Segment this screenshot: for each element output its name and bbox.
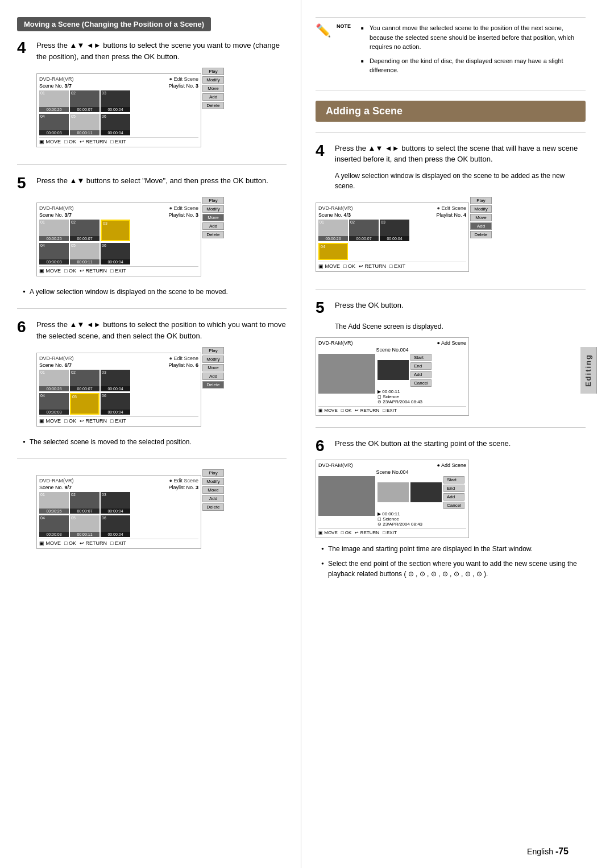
- right-column: ✏️ NOTE You cannot move the selected sce…: [301, 0, 597, 868]
- add-ok2: □ OK: [341, 530, 352, 535]
- dvd-screen3-container: DVD-RAM(VR) ● Edit Scene Scene No. 6/7 P…: [17, 347, 287, 432]
- thumb1-5: 0500:00:11: [70, 114, 99, 135]
- play-btn3[interactable]: Play: [202, 347, 224, 354]
- add-btn1[interactable]: Add: [202, 93, 224, 101]
- add-btn-s2[interactable]: Add: [443, 493, 464, 501]
- delete-btn1[interactable]: Delete: [202, 102, 224, 109]
- thumb1-3: 0300:00:04: [101, 90, 130, 112]
- playlist-no-label3: Playlist No. 6: [168, 362, 198, 368]
- move-btn-r2[interactable]: Move: [202, 214, 224, 221]
- add-btn2[interactable]: Add: [202, 222, 224, 230]
- scene-no-label1: Scene No. 3/7: [39, 83, 72, 89]
- start-btn1[interactable]: Start: [410, 354, 432, 361]
- dvd-r-scene-info1: Scene No. 4/3 Playlist No. 4: [318, 212, 466, 218]
- move-btn-r4[interactable]: Move: [202, 486, 224, 494]
- dvd-label3: DVD-RAM(VR): [39, 356, 74, 361]
- move-btn-r3[interactable]: Move: [202, 364, 224, 371]
- dvd-screen1-container: DVD-RAM(VR) ● Edit Scene Scene No. 3/7 P…: [17, 68, 287, 153]
- add-scene-screen1: DVD-RAM(VR) ● Add Scene Scene No.004 Sta…: [316, 337, 469, 416]
- add-btn3[interactable]: Add: [202, 373, 224, 380]
- add-scene-nav2: ▣ MOVE □ OK ↩ RETURN □ EXIT: [318, 528, 466, 535]
- dvd-label4: DVD-RAM(VR): [39, 478, 74, 483]
- exit-btn3: □ EXIT: [110, 418, 126, 424]
- step5-left-text: Press the ▲▼ buttons to select "Move", a…: [36, 175, 268, 187]
- add-mini-row1: Start End Add Cancel: [377, 354, 466, 387]
- start-end-btns2: Start End Add Cancel: [443, 476, 464, 509]
- scene-no-label2: Scene No. 3/7: [39, 212, 72, 218]
- dvd-r-modify-btn1[interactable]: Modify: [470, 205, 492, 213]
- thumbrow2-1: 0400:00:03 0500:00:11 0600:00:04: [39, 114, 198, 135]
- bullet1: A yellow selection window is displayed o…: [23, 287, 287, 297]
- divider-right2: [316, 132, 586, 133]
- add-btn-s1[interactable]: Add: [410, 371, 432, 378]
- right-buttons1: Play Modify Move Add Delete: [202, 68, 224, 109]
- scene-no-label4: Scene No. 9/7: [39, 485, 72, 490]
- dvd-r-delete-btn1[interactable]: Delete: [470, 231, 492, 238]
- modify-btn2[interactable]: Modify: [202, 205, 224, 213]
- dvd-r-row2-1: 04: [318, 243, 466, 260]
- add-scene-hdr1: DVD-RAM(VR) ● Add Scene: [318, 340, 466, 346]
- step4-right: 4 Press the ▲▼ ◄► buttons to select the …: [316, 143, 586, 278]
- thumbnails1: 0100:00:26 0200:00:07 0300:00:04: [39, 90, 198, 112]
- dvd-r-label1: DVD-RAM(VR): [318, 205, 353, 211]
- delete-btn4[interactable]: Delete: [202, 503, 224, 511]
- modify-btn4[interactable]: Modify: [202, 478, 224, 485]
- thumb3-2: 0200:00:07: [70, 370, 99, 391]
- exit-btn1: □ EXIT: [110, 139, 126, 144]
- cancel-btn2[interactable]: Cancel: [443, 502, 464, 509]
- cancel-btn1[interactable]: Cancel: [410, 379, 432, 387]
- thumb4-1: 0100:00:26: [39, 492, 69, 514]
- start-end-btns1: Start End Add Cancel: [410, 354, 432, 387]
- play-btn4[interactable]: Play: [202, 469, 224, 477]
- dvd-screen1: DVD-RAM(VR) ● Edit Scene Scene No. 3/7 P…: [36, 73, 201, 147]
- page-number: English -75: [527, 846, 569, 857]
- step6-right-text: Press the OK button at the starting poin…: [335, 438, 511, 449]
- exit-btn2: □ EXIT: [110, 268, 126, 274]
- end-btn2[interactable]: End: [443, 485, 464, 492]
- delete-btn3[interactable]: Delete: [202, 381, 224, 388]
- step5-left-num: 5: [17, 175, 31, 191]
- mini-thumb1-1: [377, 360, 409, 380]
- end-btn1[interactable]: End: [410, 362, 432, 370]
- step6-left-text: Press the ▲▼ ◄► buttons to select the po…: [36, 319, 287, 341]
- thumb1-2: 0200:00:07: [70, 90, 99, 112]
- play-btn1[interactable]: Play: [202, 68, 224, 75]
- thumb4-3: 0300:00:04: [101, 492, 130, 514]
- add-scene-lbl1: ● Add Scene: [437, 340, 466, 346]
- move-btn-r1[interactable]: Move: [202, 85, 224, 92]
- adding-scene-header: Adding a Scene: [316, 101, 586, 122]
- modify-btn1[interactable]: Modify: [202, 76, 224, 84]
- add-move1: ▣ MOVE: [318, 408, 338, 413]
- thumb4-6: 0600:00:04: [101, 515, 130, 537]
- add-move2: ▣ MOVE: [318, 530, 338, 535]
- scene-info2: Scene No. 3/7 Playlist No. 3: [39, 212, 198, 218]
- dvd-r-thumb1-2: 0200:00:07: [349, 220, 379, 241]
- dvd-r-nav1: ▣ MOVE □ OK ↩ RETURN □ EXIT: [318, 262, 466, 269]
- modify-btn3[interactable]: Modify: [202, 356, 224, 363]
- dvd-header4: DVD-RAM(VR) ● Edit Scene: [39, 478, 198, 483]
- divider-right3: [316, 289, 586, 290]
- mini-thumb2-1: [377, 482, 409, 502]
- dvd-r-scene-no1: Scene No. 4/3: [318, 212, 351, 218]
- return-btn2: ↩ RETURN: [80, 268, 107, 274]
- dvd-r-move-btn1[interactable]: Move: [470, 214, 492, 221]
- playlist-no-label4: Playlist No. 3: [168, 485, 198, 490]
- step4-left-num: 4: [17, 40, 31, 56]
- dvd-r-playlist-no1: Playlist No. 4: [436, 212, 466, 218]
- edit-scene-label4: ● Edit Scene: [169, 478, 198, 483]
- step6-right-num: 6: [316, 438, 329, 454]
- divider2: [17, 308, 287, 309]
- thumb4-4: 0400:00:03: [39, 515, 69, 537]
- play-btn2[interactable]: Play: [202, 197, 224, 204]
- start-btn2[interactable]: Start: [443, 476, 464, 483]
- dvd-r-play-btn1[interactable]: Play: [470, 197, 492, 204]
- dvd-r-add-btn1[interactable]: Add: [470, 222, 492, 230]
- dvd-screen3: DVD-RAM(VR) ● Edit Scene Scene No. 6/7 P…: [36, 353, 201, 427]
- step4-right-sub: A yellow selection window is displayed o…: [335, 171, 586, 191]
- dvd-nav4: ▣ MOVE □ OK ↩ RETURN □ EXIT: [39, 539, 198, 546]
- science-label1: ◻ Science: [377, 394, 466, 399]
- thumbrow2-4: 0400:00:03 0500:00:11 0600:00:04: [39, 515, 198, 537]
- add-btn4[interactable]: Add: [202, 495, 224, 502]
- dvd-label2: DVD-RAM(VR): [39, 205, 74, 211]
- delete-btn2[interactable]: Delete: [202, 231, 224, 238]
